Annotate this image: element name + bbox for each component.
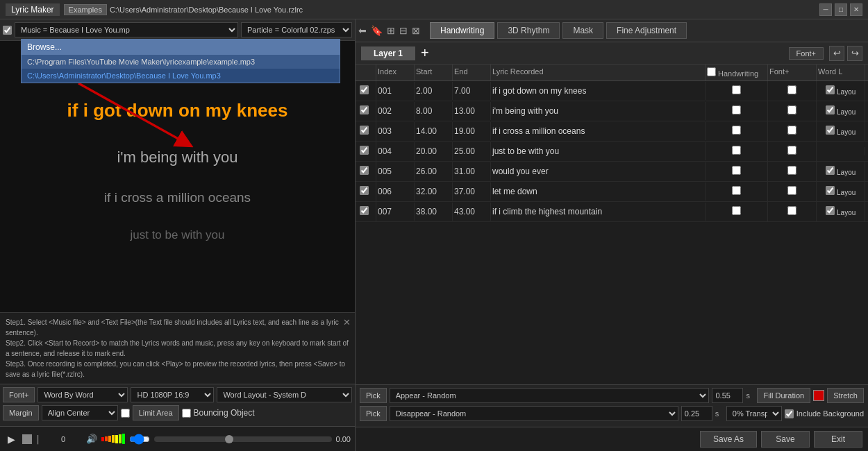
row-wordl-3[interactable] xyxy=(817,147,865,155)
tab-handwriting[interactable]: Handwriting xyxy=(430,22,494,39)
disappear-select[interactable]: Disappear - Random xyxy=(390,406,678,421)
row-check-0[interactable] xyxy=(360,85,369,94)
align-select[interactable]: Align Center xyxy=(42,405,118,420)
row-handwriting-3[interactable] xyxy=(706,142,768,161)
volume-slider[interactable] xyxy=(129,436,150,442)
pick-disappear-button[interactable]: Pick xyxy=(360,406,387,421)
appear-select[interactable]: Appear - Random xyxy=(390,388,710,403)
tab-mask[interactable]: Mask xyxy=(562,22,603,39)
handwriting-check-0[interactable] xyxy=(732,85,741,94)
word-by-word-select[interactable]: Word By Word xyxy=(37,387,128,402)
bookmark-icon[interactable]: 🔖 xyxy=(371,25,383,36)
wordl-check-1[interactable] xyxy=(826,105,835,114)
word-layout-select[interactable]: Word Layout - System D xyxy=(217,387,352,402)
add-layer-button[interactable]: + xyxy=(421,45,429,61)
handwriting-check-2[interactable] xyxy=(732,126,741,135)
grid-icon[interactable]: ⊠ xyxy=(412,25,420,36)
browse-option[interactable]: Browse... xyxy=(22,40,340,55)
row-fontplus-5[interactable] xyxy=(768,182,817,201)
resolution-select[interactable]: HD 1080P 16:9 xyxy=(131,387,214,402)
fontplus-check-3[interactable] xyxy=(787,146,796,155)
margin-button[interactable]: Margin xyxy=(3,405,39,420)
row-checkbox-cell[interactable] xyxy=(358,101,376,121)
row-wordl-5[interactable]: Layou xyxy=(817,182,865,201)
limit-area-checkbox[interactable] xyxy=(121,409,130,418)
header-handwriting-checkbox[interactable] xyxy=(707,67,716,76)
row-handwriting-0[interactable] xyxy=(706,81,768,101)
row-checkbox-cell[interactable] xyxy=(358,81,376,101)
row-fontplus-2[interactable] xyxy=(768,121,817,141)
row-fontplus-4[interactable] xyxy=(768,162,817,181)
row-handwriting-1[interactable] xyxy=(706,101,768,121)
wordl-check-5[interactable] xyxy=(826,186,835,195)
exit-button[interactable]: Exit xyxy=(814,431,862,448)
examples-button[interactable]: Examples xyxy=(64,4,107,15)
row-handwriting-4[interactable] xyxy=(706,162,768,181)
row-check-5[interactable] xyxy=(360,186,369,195)
row-checkbox-cell[interactable] xyxy=(358,202,376,221)
pick-appear-button[interactable]: Pick xyxy=(360,388,387,403)
fontplus-check-1[interactable] xyxy=(787,105,796,114)
wordl-check-6[interactable] xyxy=(826,206,835,215)
row-check-6[interactable] xyxy=(360,206,369,215)
row-check-2[interactable] xyxy=(360,126,369,135)
music-checkbox[interactable] xyxy=(3,26,12,35)
particle-select[interactable]: Particle = Colorful 02.rzps xyxy=(241,22,352,37)
row-fontplus-6[interactable] xyxy=(768,202,817,221)
maximize-button[interactable]: □ xyxy=(835,3,847,16)
close-button[interactable]: ✕ xyxy=(850,3,862,16)
info-close-button[interactable]: ✕ xyxy=(343,316,351,330)
wordl-check-4[interactable] xyxy=(826,166,835,175)
row-handwriting-6[interactable] xyxy=(706,202,768,221)
bouncing-object-checkbox[interactable] xyxy=(182,409,191,418)
dropdown-item-2[interactable]: C:\Users\Administrator\Desktop\Because I… xyxy=(22,69,340,83)
handwriting-check-5[interactable] xyxy=(732,186,741,195)
row-handwriting-2[interactable] xyxy=(706,121,768,141)
fontplus-check-6[interactable] xyxy=(787,206,796,215)
row-fontplus-1[interactable] xyxy=(768,101,817,121)
row-fontplus-0[interactable] xyxy=(768,81,817,101)
remove-frame-icon[interactable]: ⊟ xyxy=(399,25,408,36)
row-checkbox-cell[interactable] xyxy=(358,142,376,161)
wordl-check-2[interactable] xyxy=(826,126,835,135)
disappear-duration-input[interactable] xyxy=(681,406,712,421)
stop-button[interactable] xyxy=(22,434,32,444)
back-icon[interactable]: ⬅ xyxy=(358,25,367,36)
progress-track[interactable] xyxy=(154,436,332,442)
fontplus-check-5[interactable] xyxy=(787,186,796,195)
dropdown-item-1[interactable]: C:\Program Files\YouTube Movie Maker\lyr… xyxy=(22,55,340,69)
undo-button[interactable]: ↩ xyxy=(829,46,844,61)
redo-button[interactable]: ↪ xyxy=(847,46,862,61)
row-handwriting-5[interactable] xyxy=(706,182,768,201)
wordl-check-0[interactable] xyxy=(826,85,835,94)
row-checkbox-cell[interactable] xyxy=(358,162,376,181)
handwriting-check-1[interactable] xyxy=(732,105,741,114)
row-wordl-1[interactable]: Layou xyxy=(817,101,865,121)
handwriting-check-3[interactable] xyxy=(732,146,741,155)
stretch-button[interactable]: Stretch xyxy=(827,388,864,403)
progress-thumb[interactable] xyxy=(225,435,233,443)
save-button[interactable]: Save xyxy=(761,431,810,448)
fontplus-check-2[interactable] xyxy=(787,126,796,135)
save-as-button[interactable]: Save As xyxy=(700,431,757,448)
appear-duration-input[interactable] xyxy=(712,388,743,403)
row-wordl-4[interactable]: Layou xyxy=(817,162,865,181)
play-button[interactable]: ▶ xyxy=(4,432,18,446)
limit-area-button[interactable]: Limit Area xyxy=(133,405,179,420)
row-fontplus-3[interactable] xyxy=(768,142,817,161)
row-check-3[interactable] xyxy=(360,146,369,155)
row-wordl-0[interactable]: Layou xyxy=(817,81,865,101)
add-frame-icon[interactable]: ⊞ xyxy=(387,25,395,36)
row-wordl-2[interactable]: Layou xyxy=(817,121,865,141)
fill-duration-button[interactable]: Fill Duration xyxy=(757,388,810,403)
row-check-1[interactable] xyxy=(360,105,369,114)
include-background-checkbox[interactable] xyxy=(785,409,794,418)
transparency-select[interactable]: 0% Transpare xyxy=(726,406,782,421)
minimize-button[interactable]: ─ xyxy=(819,3,832,16)
handwriting-check-4[interactable] xyxy=(732,166,741,175)
fontplus-check-4[interactable] xyxy=(787,166,796,175)
row-check-4[interactable] xyxy=(360,166,369,175)
tab-fine-adjustment[interactable]: Fine Adjustment xyxy=(606,22,687,39)
handwriting-check-6[interactable] xyxy=(732,206,741,215)
fontplus-check-0[interactable] xyxy=(787,85,796,94)
